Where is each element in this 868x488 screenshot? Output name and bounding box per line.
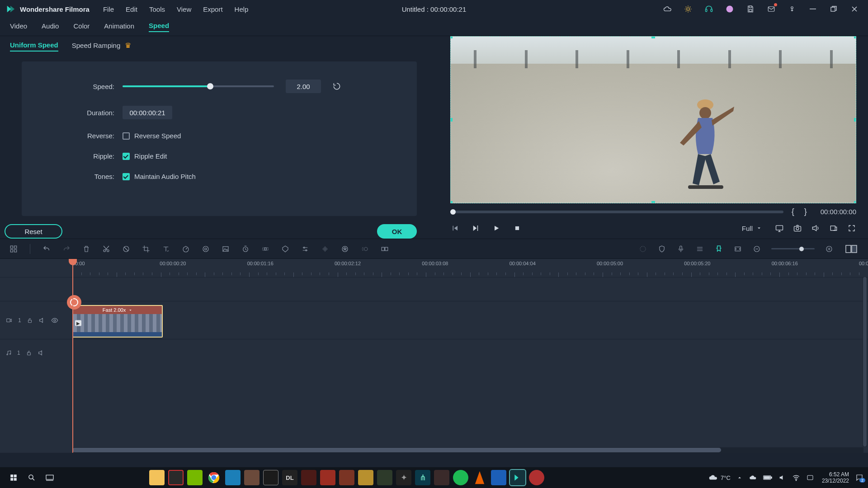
display-icon[interactable] (775, 224, 784, 233)
timeline-view-toggle[interactable] (844, 244, 859, 254)
cloud-icon[interactable] (663, 5, 672, 14)
download-icon[interactable] (788, 5, 797, 14)
taskbar-app-chrome[interactable] (206, 470, 222, 485)
motion-icon[interactable] (360, 244, 369, 253)
menu-tools[interactable]: Tools (149, 5, 165, 13)
taskbar-app-nvidia[interactable] (187, 470, 203, 485)
export-frame-icon[interactable] (829, 224, 838, 233)
snapshot-icon[interactable] (793, 224, 802, 233)
layout-icon[interactable] (9, 244, 18, 253)
tray-wifi-icon[interactable] (792, 474, 800, 482)
preview-quality-select[interactable]: Full (738, 223, 766, 234)
weather-icon[interactable]: 7°C (708, 473, 731, 483)
taskbar-app-17[interactable] (491, 470, 506, 485)
tray-datetime[interactable]: 6:52 AM 23/12/2022 (822, 471, 849, 484)
tray-onedrive-icon[interactable] (749, 474, 757, 482)
taskbar-app-filmora-assist[interactable] (225, 470, 241, 485)
zoom-in-icon[interactable] (825, 244, 834, 253)
reverse-checkbox[interactable] (123, 132, 130, 140)
tray-volume-icon[interactable] (778, 474, 786, 481)
tray-language-icon[interactable] (807, 474, 814, 481)
timeline-ruler[interactable]: 00:0000:00:00:2000:00:01:1600:00:02:1200… (0, 259, 868, 277)
taskbar-app-explorer[interactable] (149, 470, 165, 485)
timeline-vscrollbar[interactable] (863, 277, 867, 446)
task-view-button[interactable] (41, 469, 59, 487)
audio-track-mute-icon[interactable] (38, 349, 45, 357)
color-tool-icon[interactable] (201, 244, 210, 253)
tab-speed[interactable]: Speed (149, 22, 169, 32)
play-icon[interactable] (492, 224, 501, 233)
mark-out-button[interactable]: } (802, 207, 809, 216)
redo-icon[interactable] (62, 244, 71, 253)
window-close-icon[interactable] (850, 5, 859, 14)
stop-icon[interactable] (513, 224, 522, 233)
marker-icon[interactable] (714, 244, 723, 253)
reset-button[interactable]: Reset (5, 224, 62, 239)
taskbar-app-13[interactable]: ✦ (396, 470, 411, 485)
taskbar-app-6[interactable] (263, 470, 278, 485)
notifications-button[interactable]: 2 (855, 474, 863, 482)
mark-in-button[interactable]: { (790, 207, 796, 216)
tray-battery-icon[interactable] (763, 474, 772, 481)
keyframe-icon[interactable] (261, 244, 270, 253)
taskbar-app-spotify[interactable] (453, 470, 468, 485)
shield-icon[interactable] (657, 244, 666, 253)
green-screen-icon[interactable] (221, 244, 230, 253)
playhead[interactable] (72, 259, 73, 453)
zoom-slider[interactable] (771, 248, 815, 249)
avatar-icon[interactable] (725, 5, 734, 14)
voiceover-icon[interactable] (676, 244, 685, 253)
timeline-hscrollbar[interactable] (72, 447, 863, 453)
start-button[interactable] (5, 469, 23, 487)
tab-color[interactable]: Color (73, 22, 90, 32)
subtab-speed-ramping[interactable]: Speed Ramping ♛ (72, 41, 132, 52)
window-minimize-icon[interactable] (808, 5, 817, 14)
window-maximize-icon[interactable] (829, 5, 838, 14)
taskbar-app-12[interactable] (377, 470, 392, 485)
crop-icon[interactable] (142, 244, 151, 253)
support-icon[interactable] (704, 5, 713, 14)
render-icon[interactable] (638, 244, 647, 253)
video-clip[interactable]: Fast 2.00x (72, 305, 163, 338)
save-icon[interactable] (746, 5, 755, 14)
duration-value[interactable]: 00:00:00:21 (123, 106, 172, 119)
preview-canvas[interactable] (450, 36, 856, 203)
taskbar-app-7[interactable]: DL (282, 470, 297, 485)
video-track-lane[interactable]: Fast 2.00x (68, 301, 868, 339)
speed-section-marker[interactable] (67, 295, 81, 310)
menu-help[interactable]: Help (235, 5, 249, 13)
fit-icon[interactable] (733, 244, 742, 253)
enhance-icon[interactable] (340, 244, 349, 253)
menu-export[interactable]: Export (203, 5, 222, 13)
play-forward-icon[interactable] (471, 224, 480, 233)
tab-animation[interactable]: Animation (104, 22, 134, 32)
menu-file[interactable]: File (103, 5, 114, 13)
duration-tool-icon[interactable] (241, 244, 250, 253)
volume-icon[interactable] (811, 224, 820, 233)
delete-icon[interactable] (82, 244, 91, 253)
disable-icon[interactable] (122, 244, 131, 253)
speed-slider[interactable] (123, 85, 274, 87)
text-icon[interactable] (161, 244, 170, 253)
taskbar-app-15[interactable] (434, 470, 449, 485)
undo-icon[interactable] (42, 244, 51, 253)
tray-expand-icon[interactable] (737, 475, 742, 480)
audio-track-lane[interactable] (68, 339, 868, 366)
adjust-icon[interactable] (301, 244, 310, 253)
track-lock-icon[interactable] (27, 317, 33, 324)
taskbar-app-filmora[interactable] (510, 470, 525, 485)
fullscreen-icon[interactable] (847, 224, 856, 233)
messages-icon[interactable] (767, 5, 776, 14)
menu-view[interactable]: View (177, 5, 191, 13)
audio-track-lock-icon[interactable] (26, 350, 32, 356)
taskbar-app-8[interactable] (301, 470, 316, 485)
tips-icon[interactable] (684, 5, 693, 14)
taskbar-app-vlc[interactable] (472, 470, 487, 485)
ok-button[interactable]: OK (377, 224, 417, 239)
tones-checkbox[interactable] (123, 173, 130, 180)
speed-value-input[interactable]: 2.00 (286, 80, 321, 93)
group-icon[interactable] (380, 244, 389, 253)
tab-video[interactable]: Video (10, 22, 27, 32)
step-back-icon[interactable] (450, 224, 459, 233)
speed-reset-icon[interactable] (332, 81, 342, 91)
